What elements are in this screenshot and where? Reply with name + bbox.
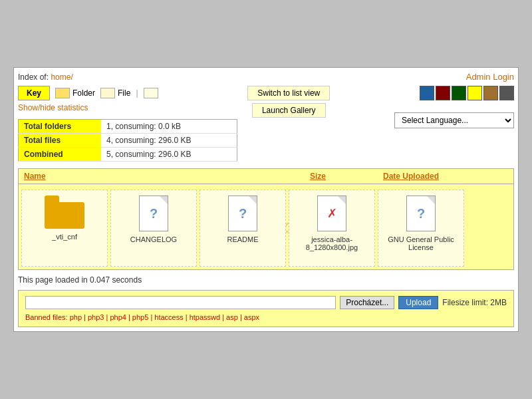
legend-file: File	[100, 88, 130, 98]
file-name-readme: README	[227, 235, 258, 243]
combined-value: 5, consuming: 296.0 KB	[101, 148, 237, 162]
swatch-blue[interactable]	[420, 86, 434, 100]
file-item-jessica[interactable]: ✗ jessica-alba-8_1280x800.jpg	[289, 190, 375, 267]
browse-button[interactable]: Procházet...	[340, 296, 394, 309]
file-name-vti-cnf: _vti_cnf	[52, 233, 77, 241]
total-files-label: Total files	[19, 134, 102, 148]
swatch-red[interactable]	[436, 86, 450, 100]
col-size-header[interactable]: Size	[310, 172, 383, 181]
file-item-gnu[interactable]: ? GNU General Public License	[378, 190, 464, 267]
index-of-path: Index of: home/	[18, 72, 73, 82]
file-grid: sosej.cz _vti_cnf ? CHANGELOG ? README	[18, 184, 514, 270]
right-panel: Select Language...EnglishCzechGermanFren…	[394, 108, 514, 128]
stats-row-files: Total files 4, consuming: 296.0 KB	[19, 134, 237, 148]
color-swatches	[420, 86, 514, 100]
file-name-gnu: GNU General Public License	[381, 235, 461, 251]
switch-list-view-button[interactable]: Switch to list view	[247, 86, 330, 100]
file-q-icon: ?	[229, 196, 257, 231]
file-q-icon: ?	[140, 196, 168, 231]
broken-icon: ✗	[318, 196, 346, 231]
file-item-readme[interactable]: ? README	[200, 190, 286, 267]
swatch-green[interactable]	[452, 86, 466, 100]
total-folders-label: Total folders	[19, 120, 102, 134]
col-date-header[interactable]: Date Uploaded	[383, 172, 508, 181]
file-icon-jessica: ✗	[317, 196, 346, 231]
upload-section: Procházet... Upload Filesize limit: 2MB …	[18, 290, 514, 327]
combined-label: Combined	[19, 148, 102, 162]
swatch-brown[interactable]	[483, 86, 498, 100]
file-name-changelog: CHANGELOG	[130, 235, 177, 243]
swatch-yellow[interactable]	[467, 86, 482, 100]
legend-folder: Folder	[55, 88, 95, 98]
file-color-box2	[144, 88, 158, 98]
file-item-changelog[interactable]: ? CHANGELOG	[110, 190, 197, 267]
launch-gallery-button[interactable]: Launch Gallery	[252, 103, 326, 118]
upload-input[interactable]	[25, 296, 336, 309]
home-link[interactable]: home/	[51, 72, 72, 82]
page-load-text: This page loaded in 0.047 seconds	[18, 275, 514, 285]
file-list-header: Name Size Date Uploaded	[18, 168, 514, 184]
stats-row-combined: Combined 5, consuming: 296.0 KB	[19, 148, 237, 162]
stats-table: Total folders 1, consuming: 0.0 kB Total…	[18, 119, 237, 162]
stats-row-folders: Total folders 1, consuming: 0.0 kB	[19, 120, 237, 134]
file-q-icon: ?	[407, 196, 435, 231]
banned-files-text: Banned files: php | php3 | php4 | php5 |…	[25, 313, 507, 321]
file-item-vti-cnf[interactable]: _vti_cnf	[21, 190, 108, 267]
key-badge: Key	[18, 86, 50, 100]
upload-button[interactable]: Upload	[398, 296, 438, 309]
language-select[interactable]: Select Language...EnglishCzechGermanFren…	[394, 112, 514, 128]
folder-color-box	[55, 88, 70, 98]
admin-login-link[interactable]: Admin Login	[466, 72, 514, 82]
swatch-gray[interactable]	[499, 86, 514, 100]
file-icon-readme: ?	[228, 196, 257, 231]
show-hide-stats-link[interactable]: Show/hide statistics	[18, 103, 158, 112]
total-folders-value: 1, consuming: 0.0 kB	[101, 120, 237, 134]
folder-icon	[45, 196, 84, 229]
file-icon-changelog: ?	[139, 196, 168, 231]
folder-body	[45, 202, 84, 229]
upload-row: Procházet... Upload Filesize limit: 2MB	[25, 296, 507, 309]
filesize-label: Filesize limit: 2MB	[442, 298, 507, 307]
file-name-jessica: jessica-alba-8_1280x800.jpg	[292, 235, 372, 251]
total-files-value: 4, consuming: 296.0 KB	[101, 134, 237, 148]
file-icon-gnu: ?	[406, 196, 436, 231]
col-name-header[interactable]: Name	[24, 172, 310, 181]
file-color-box1	[100, 88, 115, 98]
